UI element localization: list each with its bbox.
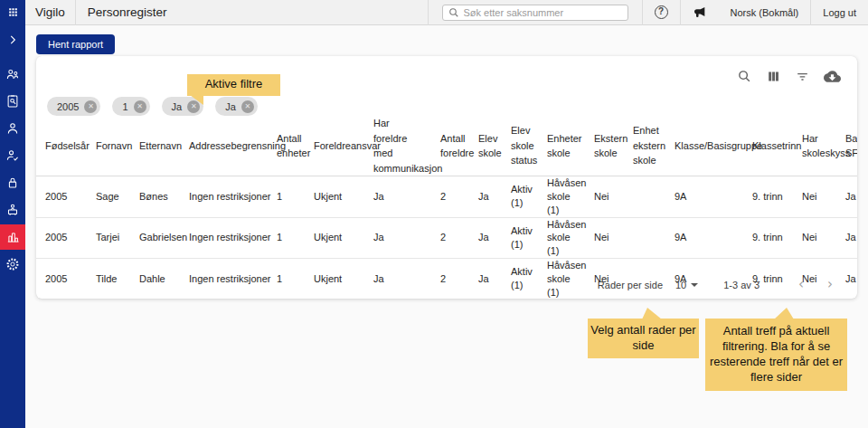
table-cell: Tarjei — [89, 217, 132, 259]
person-desk-icon — [5, 202, 21, 218]
table-cell — [626, 176, 667, 218]
table-cell: 2005 — [36, 217, 89, 259]
next-page-button[interactable]: › — [816, 278, 844, 291]
table-cell: 9A — [667, 217, 745, 259]
prev-page-button[interactable]: ‹ — [787, 278, 816, 291]
column-header[interactable]: Fødselsår — [36, 116, 89, 176]
table-cell: Ja — [838, 176, 857, 218]
rows-per-page-label: Rader per side — [598, 280, 663, 290]
search-icon[interactable] — [737, 69, 752, 84]
pagination-bar: Rader per side 10 1-3 av 3 ‹ › — [36, 271, 857, 299]
sidebar-item-settings[interactable] — [0, 252, 25, 277]
table-cell: Ja — [838, 217, 857, 259]
table-cell: Ukjent — [307, 217, 366, 259]
lock-icon — [5, 175, 21, 191]
column-header[interactable]: Enhet ekstern skole — [626, 116, 667, 176]
table-cell: Gabrielsen — [132, 217, 182, 259]
table-row[interactable]: 2005SageBønesIngen restriksjoner1UkjentJ… — [36, 176, 857, 218]
search-box[interactable] — [442, 5, 628, 21]
question-circle-icon: ? — [655, 5, 668, 19]
bar-chart-icon — [5, 230, 21, 245]
column-header[interactable]: Har skoleskyss — [795, 116, 838, 176]
clipboard-search-icon — [5, 93, 21, 109]
table-cell: Ingen restriksjoner — [182, 217, 269, 259]
column-header[interactable]: Klassetrinn — [745, 116, 795, 176]
remove-filter-icon[interactable]: ✕ — [84, 100, 97, 113]
filter-icon[interactable] — [795, 69, 810, 84]
filter-chip-label: Ja — [225, 101, 236, 112]
filter-chips: 2005✕1✕Ja✕Ja✕ — [47, 97, 258, 116]
table-cell: Ja — [366, 217, 433, 259]
apps-grid-icon[interactable] — [0, 0, 25, 25]
table-cell: Nei — [795, 217, 838, 259]
table-cell: 9A — [667, 176, 745, 218]
sidebar-item-reports[interactable] — [0, 224, 25, 250]
filter-chip-label: Ja — [172, 101, 183, 112]
page-title: Personregister — [76, 5, 179, 19]
rows-per-page-select[interactable]: 10 — [675, 280, 698, 290]
table-header-row: FødselsårFornavnEtternavnAddressebegrens… — [36, 116, 857, 176]
column-header[interactable]: Ekstern skole — [587, 116, 626, 176]
table-row[interactable]: 2005TarjeiGabrielsenIngen restriksjoner1… — [36, 217, 857, 259]
brand-logo: Vigilo — [25, 5, 75, 19]
column-header[interactable]: Klasse/Basisgruppe — [667, 116, 745, 176]
megaphone-icon — [693, 5, 707, 20]
people-icon — [5, 66, 21, 82]
column-header[interactable]: Elev skole status — [504, 116, 540, 176]
person-icon — [5, 120, 21, 137]
filter-chip-label: 2005 — [57, 101, 79, 112]
column-header[interactable]: Etternavn — [132, 116, 182, 176]
table-cell: 1 — [269, 176, 307, 218]
person-check-icon — [5, 147, 21, 164]
column-header[interactable]: Har foreldre med kommunikasjon — [366, 116, 433, 176]
gear-icon — [5, 257, 20, 271]
column-header[interactable]: Addressebegrensning — [182, 116, 269, 176]
table-cell: Ja — [471, 217, 504, 259]
remove-filter-icon[interactable]: ✕ — [134, 100, 146, 113]
rows-per-page-value: 10 — [675, 280, 686, 290]
annotation-hits: Antall treff på aktuell filtrering. Bla … — [705, 319, 847, 391]
table-cell: Sage — [89, 176, 132, 218]
table-cell: 2 — [433, 217, 471, 259]
logout-button[interactable]: Logg ut — [811, 0, 868, 25]
column-header[interactable]: Fornavn — [89, 116, 132, 176]
sidebar — [0, 25, 25, 428]
sidebar-item-person[interactable] — [0, 116, 25, 141]
table-cell: Nei — [587, 176, 626, 218]
sidebar-item-access[interactable] — [0, 170, 25, 195]
sidebar-item-relations[interactable] — [0, 62, 25, 87]
cloud-download-icon[interactable] — [824, 68, 841, 85]
top-bar: Vigilo Personregister ? Norsk (Bokmål) L… — [0, 0, 868, 25]
annotation-rows-per-page: Velg antall rader per side — [588, 319, 699, 358]
table-cell: Ukjent — [307, 176, 366, 218]
search-icon — [448, 7, 459, 18]
language-selector[interactable]: Norsk (Bokmål) — [719, 0, 811, 25]
filter-chip[interactable]: Ja✕ — [215, 97, 258, 116]
table-cell — [626, 217, 667, 259]
announcements-button[interactable] — [681, 0, 719, 25]
sidebar-item-person-status[interactable] — [0, 143, 25, 168]
table-cell: Håvåsen skole (1) — [540, 176, 587, 218]
table-cell: 2 — [433, 176, 471, 218]
filter-chip[interactable]: 2005✕ — [47, 97, 100, 116]
column-header[interactable]: Enheter skole — [540, 116, 587, 176]
get-report-button[interactable]: Hent rapport — [36, 34, 115, 54]
column-header[interactable]: Foreldreansvar — [307, 116, 366, 176]
filter-chip-label: 1 — [122, 101, 127, 112]
table-cell: Håvåsen skole (1) — [540, 217, 587, 259]
sidebar-item-employee[interactable] — [0, 197, 25, 223]
filter-chip[interactable]: 1✕ — [112, 97, 149, 116]
search-input[interactable] — [464, 7, 622, 18]
help-button[interactable]: ? — [643, 0, 680, 25]
sidebar-item-register[interactable] — [0, 89, 25, 114]
chevron-right-icon[interactable] — [6, 33, 19, 46]
table-cell: Ingen restriksjoner — [182, 176, 269, 218]
chevron-down-icon — [691, 283, 698, 287]
table-cell: Nei — [795, 176, 838, 218]
table-cell: Ja — [471, 176, 504, 218]
column-header[interactable]: Elev skole — [471, 116, 504, 176]
columns-icon[interactable] — [766, 69, 781, 84]
table-toolbar — [737, 68, 841, 85]
remove-filter-icon[interactable]: ✕ — [241, 100, 254, 113]
table-cell: Ja — [366, 176, 433, 218]
